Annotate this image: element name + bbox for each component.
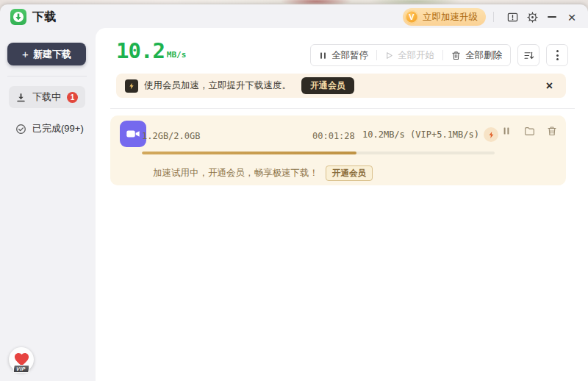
pause-all-button[interactable]: 全部暂停 [311,45,376,65]
play-icon [385,51,393,60]
download-task-row[interactable]: 1.2GB/2.0GB 00:01:28 10.2MB/s (VIP+5.1MB… [110,115,566,185]
trash-icon [451,51,461,60]
upgrade-now-label: 立即加速升级 [423,11,478,24]
list-divider [110,108,575,109]
task-actions [500,124,559,138]
vip-heart-button[interactable]: VIP [9,347,34,372]
sidebar-item-completed[interactable]: 已完成(99+) [9,118,85,140]
upgrade-now-button[interactable]: V 立即加速升级 [403,8,486,26]
titlebar-divider [493,12,494,22]
downloading-icon [15,92,26,103]
more-dots-icon [556,50,559,60]
minimize-icon [548,16,556,18]
task-size: 1.2GB/2.0GB [142,131,200,141]
total-speed-value: 10.2 [116,40,165,62]
gear-icon [527,12,538,23]
plus-icon: + [22,49,29,60]
app-logo-download-icon [10,9,26,25]
main-panel: 10.2 MB/s 全部暂停 [96,28,588,381]
trial-message: 加速试用中，开通会员，畅享极速下载！ [153,167,318,179]
app-title: 下载 [32,10,57,25]
sort-button[interactable] [517,44,539,66]
pause-all-label: 全部暂停 [331,49,368,62]
sidebar-divider [7,76,87,76]
vip-v-badge-icon: V [405,10,418,24]
desktop-wallpaper: 下载 V 立即加速升级 [0,0,588,381]
boost-lightning-icon [484,127,498,142]
sidebar-item-label: 已完成(99+) [32,122,84,135]
vip-tag-badge: VIP [12,365,29,373]
delete-all-label: 全部删除 [465,49,502,62]
feedback-button[interactable] [503,8,521,26]
sidebar-item-downloading[interactable]: 下载中 1 [9,86,85,108]
banner-open-vip-button[interactable]: 开通会员 [301,77,354,94]
trial-row: 加速试用中，开通会员，畅享极速下载！ 开通会员 [153,164,373,182]
task-speed-text: 10.2MB/s (VIP+5.1MB/s) [362,129,479,140]
folder-icon [524,126,535,137]
new-download-button[interactable]: + 新建下载 [7,43,86,65]
task-open-folder-button[interactable] [523,124,536,138]
task-progress-fill [142,152,356,154]
task-speed: 10.2MB/s (VIP+5.1MB/s) [362,127,498,142]
trial-open-vip-button[interactable]: 开通会员 [326,165,373,181]
pause-icon [502,127,511,135]
app-identity: 下载 [10,9,57,25]
close-icon: × [567,10,576,24]
task-pause-button[interactable] [500,124,513,138]
total-speed: 10.2 MB/s [116,40,186,62]
task-delete-button[interactable] [545,124,559,138]
list-toolbar: 全部暂停 全部开始 [310,44,568,66]
task-remaining-time: 00:01:28 [312,131,355,141]
start-all-label: 全部开始 [398,49,434,62]
delete-all-button[interactable]: 全部删除 [443,45,510,65]
sort-icon [523,50,534,61]
task-progress-bar [142,152,495,154]
trash-icon [547,126,557,136]
start-all-button[interactable]: 全部开始 [377,45,442,65]
pause-icon [319,51,327,60]
banner-message: 使用会员加速，立即提升下载速度。 [144,79,291,92]
banner-lightning-icon [125,79,138,93]
feedback-icon [507,12,518,23]
downloading-count-badge: 1 [67,92,78,103]
bulk-actions-group: 全部暂停 全部开始 [310,44,511,66]
app-window: 下载 V 立即加速升级 [0,4,588,381]
banner-close-button[interactable]: × [543,79,556,93]
titlebar: 下载 V 立即加速升级 [0,4,588,29]
sidebar: + 新建下载 下载中 1 已完成(99+) [0,28,96,381]
sidebar-item-label: 下载中 [32,90,61,104]
more-button[interactable] [546,44,568,66]
close-button[interactable]: × [563,8,581,26]
membership-banner: 使用会员加速，立即提升下载速度。 开通会员 × [116,74,566,98]
total-speed-unit: MB/s [165,50,187,62]
titlebar-right: V 立即加速升级 [403,8,581,26]
check-circle-icon [15,124,26,135]
new-download-label: 新建下载 [33,48,71,61]
minimize-button[interactable] [543,8,561,26]
settings-button[interactable] [523,8,541,26]
